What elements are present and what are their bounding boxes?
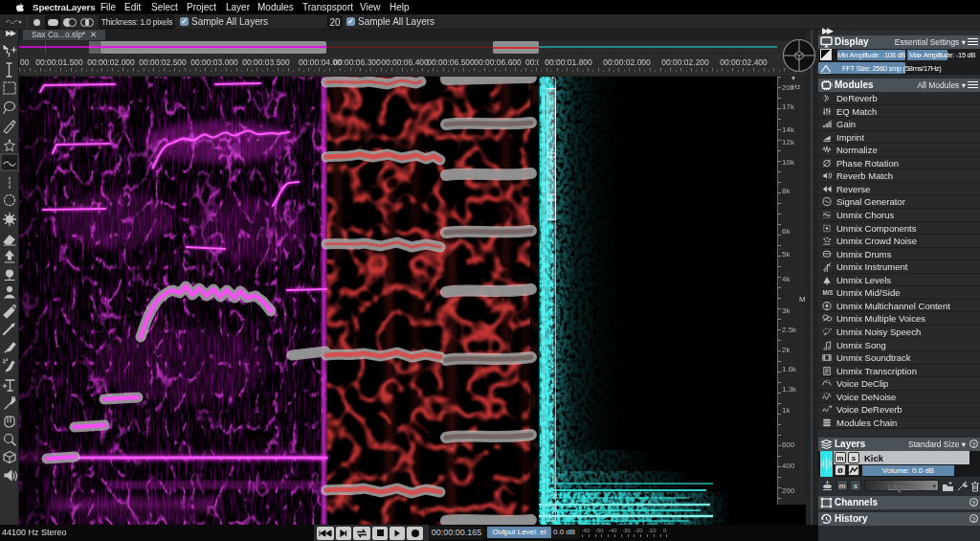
svg-text:M/S: M/S — [822, 290, 833, 297]
